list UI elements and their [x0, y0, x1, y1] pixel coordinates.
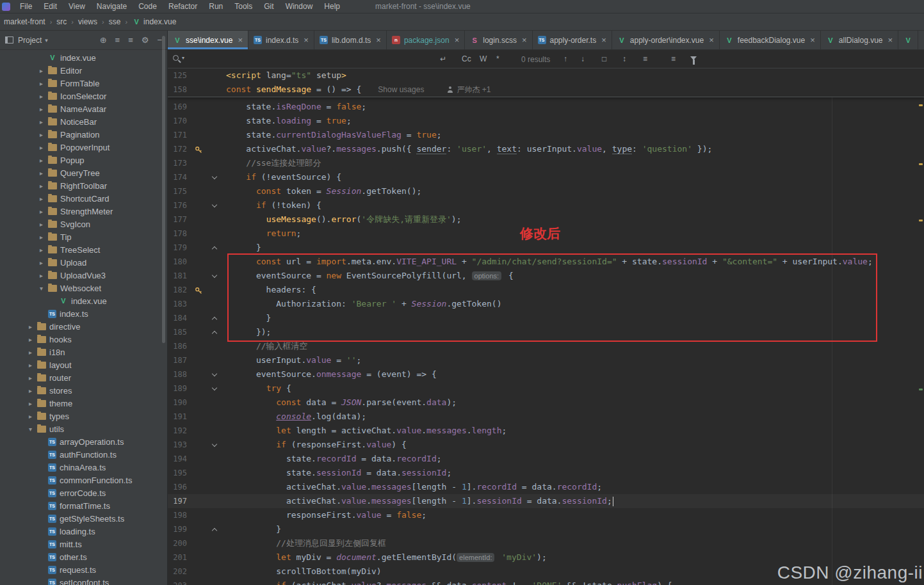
tree-item-formattime-ts[interactable]: TSformatTime.ts	[0, 499, 167, 512]
tab-feedbackdialog-vue[interactable]: VfeedbackDialog.vue×	[720, 31, 821, 49]
newline-icon[interactable]: ↵	[440, 54, 446, 63]
tree-item-authfunction-ts[interactable]: TSauthFunction.ts	[0, 448, 167, 461]
regex-toggle[interactable]: *	[496, 54, 499, 63]
chevron-collapsed-icon[interactable]: ▸	[27, 323, 34, 330]
code-line-197[interactable]: 197 activeChat.value.messages[length - 1…	[168, 494, 924, 508]
chevron-collapsed-icon[interactable]: ▸	[27, 374, 34, 381]
tree-item-iconselector[interactable]: ▸IconSelector	[0, 90, 167, 102]
tree-item-strengthmeter[interactable]: ▸StrengthMeter	[0, 205, 167, 218]
fold-arrow-icon[interactable]	[212, 385, 217, 390]
tree-item-treeselect[interactable]: ▸TreeSelect	[0, 243, 167, 256]
previous-occurrence-icon[interactable]: ↑	[563, 54, 567, 63]
tree-item-popup[interactable]: ▸Popup	[0, 154, 167, 166]
chevron-collapsed-icon[interactable]: ▸	[38, 131, 45, 138]
tree-item-layout[interactable]: ▸layout	[0, 358, 167, 371]
tree-item-tip[interactable]: ▸Tip	[0, 230, 167, 243]
chevron-down-icon[interactable]: ▾	[45, 37, 48, 44]
chevron-collapsed-icon[interactable]: ▸	[38, 246, 45, 253]
chevron-expanded-icon[interactable]: ▾	[38, 285, 45, 292]
match-case-toggle[interactable]: Cc	[462, 54, 471, 63]
swap-search-icon[interactable]: ↕	[622, 54, 626, 63]
fold-end-icon[interactable]	[212, 317, 217, 322]
code-line-179[interactable]: 179 }	[168, 241, 924, 255]
project-view-dropdown[interactable]: Project	[18, 36, 42, 45]
menu-view[interactable]: View	[63, 2, 91, 11]
next-occurrence-icon[interactable]: ↓	[581, 54, 585, 63]
chevron-collapsed-icon[interactable]: ▸	[27, 413, 34, 420]
fold-arrow-icon[interactable]	[212, 174, 217, 179]
breadcrumb-item-index-vue[interactable]: Vindex.vue	[131, 17, 177, 26]
chevron-collapsed-icon[interactable]: ▸	[38, 93, 45, 100]
close-icon[interactable]: ×	[522, 35, 527, 45]
menu-navigate[interactable]: Navigate	[91, 2, 133, 11]
code-line-187[interactable]: 187 userInput.value = '';	[168, 353, 924, 367]
tree-item-directive[interactable]: ▸directive	[0, 320, 167, 333]
tab-sse-index-vue[interactable]: Vsse\index.vue×	[168, 31, 248, 49]
chevron-collapsed-icon[interactable]: ▸	[38, 234, 45, 241]
search-icon[interactable]: ▾	[173, 55, 184, 61]
breadcrumb-item-sse[interactable]: sse	[108, 17, 122, 26]
menu-edit[interactable]: Edit	[38, 2, 63, 11]
tree-item-noticebar[interactable]: ▸NoticeBar	[0, 115, 167, 128]
chevron-collapsed-icon[interactable]: ▸	[27, 400, 34, 407]
code-line-176[interactable]: 176 if (!token) {	[168, 198, 924, 212]
close-icon[interactable]: ×	[376, 35, 381, 45]
chevron-collapsed-icon[interactable]: ▸	[27, 349, 34, 356]
filter-funnel-icon[interactable]	[690, 56, 697, 60]
tree-item-pagination[interactable]: ▸Pagination	[0, 128, 167, 141]
tab-apply-order-ts[interactable]: TSapply-order.ts×	[533, 31, 612, 49]
chevron-collapsed-icon[interactable]: ▸	[38, 182, 45, 189]
tree-item-request-ts[interactable]: TSrequest.ts	[0, 563, 167, 576]
tree-item-popoverinput[interactable]: ▸PopoverInput	[0, 141, 167, 154]
tab-apply-order-index-vue[interactable]: Vapply-order\index.vue×	[612, 31, 720, 49]
code-line-125[interactable]: 125<script lang="ts" setup>	[168, 68, 924, 83]
code-line-198[interactable]: 198 responseFirst.value = false;	[168, 508, 924, 522]
expand-all-icon[interactable]: ≡	[115, 35, 120, 45]
code-vision-author[interactable]: 严帅杰 +1	[457, 83, 490, 97]
fold-arrow-icon[interactable]	[212, 202, 217, 207]
menu-run[interactable]: Run	[203, 2, 229, 11]
collapse-all-icon[interactable]: ≡	[128, 35, 133, 45]
code-line-199[interactable]: 199 }	[168, 522, 924, 536]
code-line-191[interactable]: 191 console.log(data);	[168, 410, 924, 424]
tree-item-index-vue[interactable]: Vindex.vue	[0, 51, 167, 64]
tree-item-chinaarea-ts[interactable]: TSchinaArea.ts	[0, 461, 167, 474]
tree-item-arrayoperation-ts[interactable]: TSarrayOperation.ts	[0, 435, 167, 448]
tree-item-righttoolbar[interactable]: ▸RightToolbar	[0, 179, 167, 192]
code-line-196[interactable]: 196 activeChat.value.messages[length - 1…	[168, 480, 924, 494]
chevron-collapsed-icon[interactable]: ▸	[27, 336, 34, 343]
code-line-195[interactable]: 195 state.sessionId = data.sessionId;	[168, 466, 924, 480]
breadcrumb-item-src[interactable]: src	[55, 17, 68, 26]
tree-item-errorcode-ts[interactable]: TSerrorCode.ts	[0, 486, 167, 499]
menu-refactor[interactable]: Refactor	[163, 2, 203, 11]
fold-end-icon[interactable]	[212, 528, 217, 533]
chevron-collapsed-icon[interactable]: ▸	[38, 208, 45, 215]
hide-panel-icon[interactable]: −	[157, 35, 162, 45]
chevron-collapsed-icon[interactable]: ▸	[38, 67, 45, 74]
breadcrumb-item-market-front[interactable]: market-front	[3, 17, 47, 26]
chevron-collapsed-icon[interactable]: ▸	[27, 387, 34, 394]
tree-item-theme[interactable]: ▸theme	[0, 397, 167, 410]
chevron-collapsed-icon[interactable]: ▸	[38, 272, 45, 279]
tree-item-commonfunction-ts[interactable]: TScommonFunction.ts	[0, 474, 167, 486]
filter-lines-icon[interactable]: ≡	[643, 54, 647, 63]
tree-item-uploadvue3[interactable]: ▸UploadVue3	[0, 269, 167, 282]
code-line-175[interactable]: 175 const token = Session.getToken();	[168, 184, 924, 198]
fold-arrow-icon[interactable]	[212, 273, 217, 278]
code-line-194[interactable]: 194 state.recordId = data.recordId;	[168, 452, 924, 466]
close-icon[interactable]: ×	[709, 35, 714, 45]
code-line-173[interactable]: 173 //sse连接处理部分	[168, 156, 924, 170]
code-line-192[interactable]: 192 let length = activeChat.value.messag…	[168, 424, 924, 438]
tree-item-utils[interactable]: ▾utils	[0, 422, 167, 435]
menu-file[interactable]: File	[14, 2, 38, 11]
tree-item-loading-ts[interactable]: TSloading.ts	[0, 525, 167, 538]
code-line-170[interactable]: 170 state.loading = true;	[168, 114, 924, 128]
code-line-190[interactable]: 190 const data = JSON.parse(event.data);	[168, 396, 924, 410]
code-vision-usages[interactable]: Show usages	[378, 83, 424, 97]
chevron-collapsed-icon[interactable]: ▸	[38, 221, 45, 228]
tab-clipped[interactable]: V	[898, 31, 918, 49]
close-icon[interactable]: ×	[601, 35, 606, 45]
code-line-189[interactable]: 189 try {	[168, 381, 924, 396]
close-icon[interactable]: ×	[455, 35, 460, 45]
select-all-occurrences-icon[interactable]: □	[602, 54, 606, 63]
